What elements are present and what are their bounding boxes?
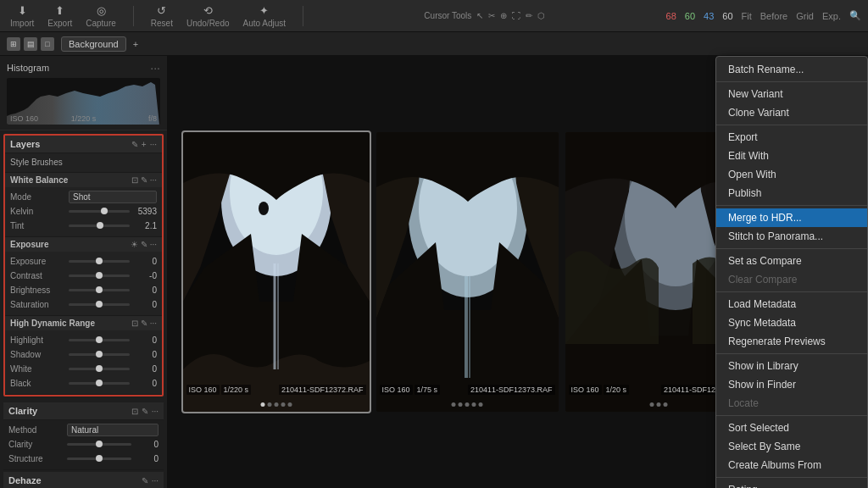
exp-contrast-slider[interactable] [69, 274, 130, 277]
hdr-shadow-slider[interactable] [69, 353, 130, 356]
menu-item-batch-rename---[interactable]: Batch Rename... [716, 60, 867, 79]
toolbar-file-group: ⬇ Import ⬆ Export ◎ Capture [7, 1, 120, 30]
add-layer-button[interactable]: + [133, 39, 138, 49]
wb-eyedrop-icon[interactable]: ⊡ [131, 175, 138, 185]
cursor-tool-4[interactable]: ⛶ [512, 11, 520, 20]
menu-item-export[interactable]: Export [716, 128, 867, 147]
wb-tint-slider[interactable] [69, 225, 130, 227]
menu-item-merge-to-hdr---[interactable]: Merge to HDR... [716, 208, 867, 227]
exp-saturation-slider[interactable] [69, 303, 130, 306]
histogram-title: Histogram [7, 63, 49, 73]
exp-brightness-row: Brightness 0 [10, 283, 157, 297]
exp-brightness-thumb[interactable] [96, 286, 103, 293]
hdr-black-thumb[interactable] [96, 380, 103, 386]
menu-item-new-variant[interactable]: New Variant [716, 85, 867, 103]
clarity-structure-slider[interactable] [67, 458, 131, 460]
exp-saturation-thumb[interactable] [96, 301, 103, 308]
menu-item-select-by-same[interactable]: Select By Same [716, 437, 867, 456]
layers-menu-icon[interactable]: ··· [150, 140, 157, 149]
menu-item-create-albums-from[interactable]: Create Albums From [716, 456, 867, 474]
menu-item-set-as-compare[interactable]: Set as Compare [716, 252, 867, 270]
exp-exposure-slider[interactable] [69, 260, 130, 263]
import-button[interactable]: ⬇ Import [7, 1, 37, 30]
menu-item-clone-variant[interactable]: Clone Variant [716, 103, 867, 122]
image-thumb-2[interactable]: ISO 160 1/75 s 210411-SDF12373.RAF [376, 132, 559, 412]
clarity-icon1[interactable]: ⊡ [131, 407, 138, 416]
layers-edit-icon[interactable]: ✎ [131, 140, 138, 149]
menu-item-show-in-finder[interactable]: Show in Finder [716, 375, 867, 394]
dehaze-menu-icon[interactable]: ··· [152, 476, 159, 485]
wb-menu-icon[interactable]: ··· [150, 175, 157, 185]
cursor-tool-5[interactable]: ✏ [526, 11, 532, 20]
top-toolbar: ⬇ Import ⬆ Export ◎ Capture ↺ Reset ⟲ Un… [0, 0, 868, 32]
wb-edit-icon[interactable]: ✎ [141, 175, 147, 185]
undo-redo-button[interactable]: ⟲ Undo/Redo [183, 1, 233, 30]
tab-single[interactable]: □ [41, 37, 54, 51]
clarity-edit-icon[interactable]: ✎ [142, 407, 148, 416]
hdr-white-thumb[interactable] [96, 365, 103, 372]
menu-divider-1 [716, 81, 867, 82]
tab-grid[interactable]: ⊞ [7, 37, 20, 51]
image-thumb-1[interactable]: ISO 160 1/220 s 210411-SDF12372.RAF [183, 132, 370, 412]
menu-item-regenerate-previews[interactable]: Regenerate Previews [716, 332, 867, 351]
hdr-black-value: 0 [133, 379, 157, 388]
histogram-menu[interactable]: ··· [150, 61, 160, 75]
hdr-white-slider[interactable] [69, 368, 130, 370]
cursor-tool-3[interactable]: ⊕ [500, 11, 507, 20]
view-icon-grid[interactable]: Grid [796, 11, 814, 21]
menu-item-publish[interactable]: Publish [716, 184, 867, 202]
hdr-black-slider[interactable] [69, 382, 130, 385]
img2-filename: 210411-SDF12373.RAF [468, 385, 555, 395]
clarity-method-dropdown[interactable]: Natural [67, 424, 159, 436]
clarity-structure-thumb[interactable] [96, 455, 103, 462]
left-panel: Histogram ··· ISO 160 [0, 56, 168, 488]
exp-brightness-label: Brightness [10, 286, 65, 295]
dehaze-header: Dehaze ✎ ··· [3, 472, 164, 488]
menu-item-stitch-to-panorama---[interactable]: Stitch to Panorama... [716, 227, 867, 246]
img3-dot-1 [649, 402, 654, 407]
exp-edit-icon[interactable]: ✎ [141, 240, 147, 249]
cursor-tool-2[interactable]: ✂ [488, 11, 495, 20]
cursor-tool-6[interactable]: ⬡ [537, 11, 545, 20]
reset-button[interactable]: ↺ Reset [147, 1, 176, 30]
view-icon-exp[interactable]: Exp. [822, 11, 841, 21]
wb-kelvin-slider[interactable] [69, 210, 130, 213]
hdr-icon1[interactable]: ⊡ [131, 319, 138, 328]
layers-header: Layers ✎ + ··· [5, 136, 162, 153]
hdr-highlight-thumb[interactable] [96, 336, 103, 343]
hdr-highlight-slider[interactable] [69, 339, 130, 341]
exp-contrast-thumb[interactable] [96, 272, 103, 279]
search-icon[interactable]: 🔍 [849, 10, 861, 21]
layers-add-icon[interactable]: + [142, 140, 147, 149]
wb-tint-row: Tint 2.1 [10, 219, 157, 233]
menu-item-edit-with[interactable]: Edit With [716, 147, 867, 165]
auto-adjust-button[interactable]: ✦ Auto Adjust [240, 1, 290, 30]
wb-mode-dropdown[interactable]: Shot [69, 191, 157, 203]
export-button[interactable]: ⬆ Export [44, 1, 75, 30]
hdr-menu-icon[interactable]: ··· [150, 319, 157, 328]
menu-item-open-with[interactable]: Open With [716, 165, 867, 184]
exp-brightness-slider[interactable] [69, 289, 130, 291]
layer-name[interactable]: Background [61, 36, 126, 52]
hdr-edit-icon[interactable]: ✎ [141, 319, 147, 328]
wb-kelvin-thumb[interactable] [101, 208, 108, 214]
exp-menu-icon[interactable]: ··· [150, 240, 157, 249]
clarity-slider[interactable] [67, 443, 131, 446]
wb-tint-thumb[interactable] [97, 222, 103, 229]
menu-item-load-metadata[interactable]: Load Metadata [716, 295, 867, 313]
menu-item-rating[interactable]: Rating [716, 480, 867, 488]
clarity-menu-icon[interactable]: ··· [152, 407, 159, 416]
cursor-tool-1[interactable]: ↖ [476, 11, 483, 20]
dehaze-edit-icon[interactable]: ✎ [142, 476, 148, 485]
capture-button[interactable]: ◎ Capture [82, 1, 120, 30]
clarity-method-label: Method [8, 425, 64, 435]
view-icon-before[interactable]: Before [760, 11, 787, 21]
exp-icon1[interactable]: ☀ [131, 240, 138, 249]
tab-filmstrip[interactable]: ▤ [24, 37, 37, 51]
clarity-thumb[interactable] [96, 441, 103, 447]
menu-item-show-in-library[interactable]: Show in Library [716, 357, 867, 375]
exp-exposure-thumb[interactable] [96, 258, 103, 264]
hdr-shadow-thumb[interactable] [96, 351, 103, 358]
menu-item-sync-metadata[interactable]: Sync Metadata [716, 313, 867, 332]
menu-item-sort-selected[interactable]: Sort Selected [716, 419, 867, 437]
